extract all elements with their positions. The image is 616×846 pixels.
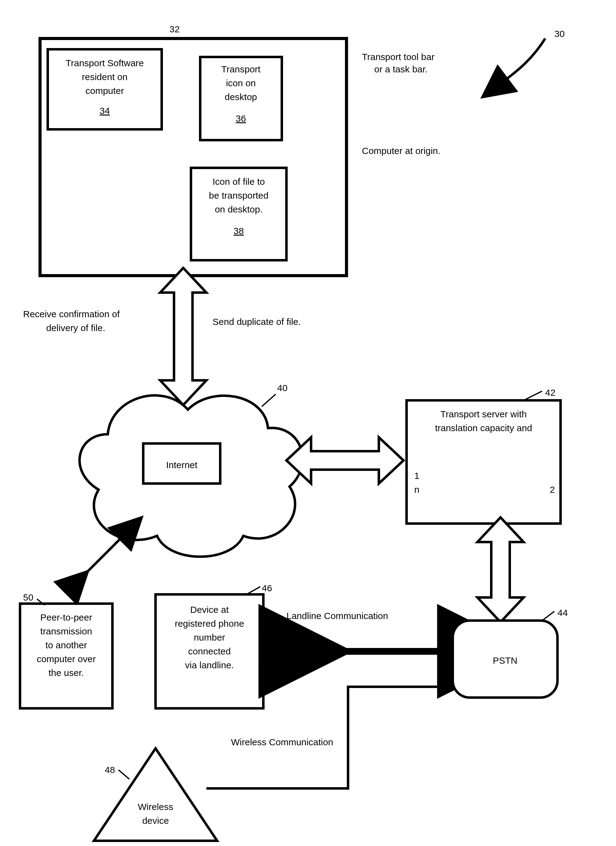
ref-36: 36 (236, 113, 246, 123)
svg-text:2: 2 (550, 485, 555, 495)
ref-30: 30 (554, 29, 565, 39)
peer-box: Peer-to-peer transmission to another com… (20, 592, 112, 708)
origin-label: Computer at origin. (362, 146, 440, 156)
ref-46: 46 (262, 583, 272, 593)
internet-cloud: Internet 40 (79, 383, 303, 557)
svg-text:number: number (194, 632, 225, 642)
toolbar-label-2: or a task bar. (374, 64, 428, 74)
transport-server-box: Transport server with translation capaci… (407, 388, 560, 524)
file-icon-box: Icon of file to be transported on deskto… (191, 168, 287, 260)
ref-32: 32 (169, 24, 179, 34)
svg-text:connected: connected (188, 646, 231, 656)
svg-text:Transport Software: Transport Software (66, 58, 144, 68)
arrow-internet-server (287, 437, 403, 483)
arrow-desktop-internet (160, 268, 206, 405)
svg-text:computer: computer (85, 86, 124, 96)
internet-label: Internet (166, 460, 197, 470)
svg-text:1: 1 (414, 471, 419, 481)
svg-text:transmission: transmission (40, 626, 92, 636)
arrow-peer-cloud (68, 538, 122, 591)
svg-text:Transport: Transport (221, 64, 260, 74)
svg-text:Wireless: Wireless (138, 802, 173, 812)
svg-text:n: n (414, 485, 419, 495)
ref-48: 48 (105, 765, 115, 775)
svg-text:on desktop.: on desktop. (215, 204, 262, 214)
svg-text:icon on: icon on (226, 78, 256, 88)
ref-42: 42 (545, 388, 555, 398)
svg-text:resident on: resident on (82, 72, 128, 82)
pstn-box: PSTN 44 (453, 608, 567, 698)
svg-text:Device at: Device at (190, 605, 229, 615)
svg-line-20 (68, 538, 122, 591)
wireless-comm-label: Wireless Communication (231, 737, 333, 747)
svg-text:to another: to another (45, 640, 87, 650)
ref-44: 44 (557, 608, 567, 618)
ref-34: 34 (100, 106, 110, 116)
landline-comm-label: Landline Communication (287, 611, 388, 621)
svg-text:computer over: computer over (37, 654, 96, 664)
arrow-server-pstn (478, 517, 523, 622)
svg-text:desktop: desktop (225, 92, 257, 102)
svg-text:translation capacity and: translation capacity and (435, 423, 532, 433)
svg-text:the user.: the user. (49, 668, 84, 678)
svg-text:device: device (142, 815, 169, 826)
ref-40: 40 (277, 383, 287, 393)
landline-device-box: Device at registered phone number connec… (156, 583, 272, 708)
ref-38: 38 (234, 226, 244, 236)
svg-text:be transported: be transported (209, 190, 268, 200)
toolbar-label-1: Transport tool bar (362, 52, 435, 62)
svg-text:Peer-to-peer: Peer-to-peer (40, 612, 92, 623)
pstn-label: PSTN (493, 655, 517, 665)
ref-50: 50 (23, 592, 33, 602)
svg-text:Icon of file to: Icon of file to (213, 176, 265, 187)
svg-text:via landline.: via landline. (185, 660, 234, 670)
svg-text:Transport server with: Transport server with (440, 409, 527, 419)
wireless-device-triangle: Wireless device 48 (94, 748, 217, 841)
system-ref-arrow: 30 (505, 29, 565, 80)
transport-icon-box: Transport icon on desktop 36 (200, 57, 282, 140)
send-label: Send duplicate of file. (213, 317, 301, 327)
confirm-label-2: delivery of file. (46, 323, 105, 333)
confirm-label-1: Receive confirmation of (23, 309, 120, 319)
transport-software-box: Transport Software resident on computer … (48, 49, 162, 129)
svg-text:registered phone: registered phone (175, 618, 244, 629)
